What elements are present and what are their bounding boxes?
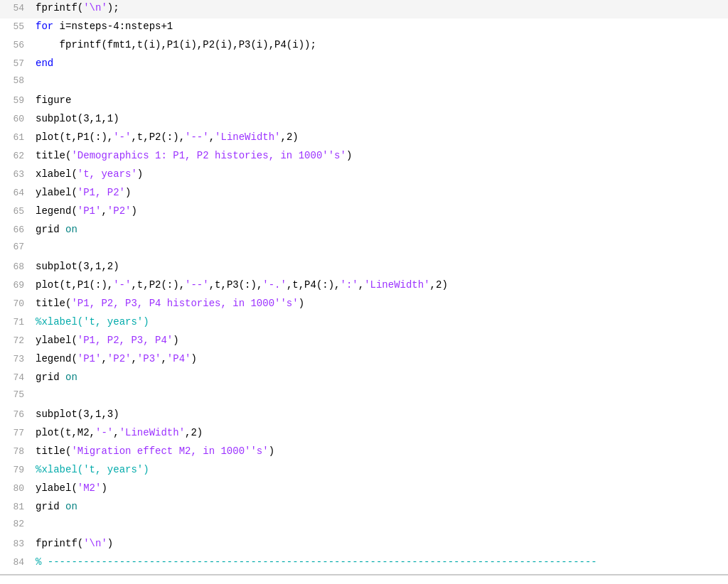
line-content: legend('P1','P2') [33, 203, 728, 219]
line-number: 68 [0, 260, 33, 275]
line-content: %xlabel('t, years') [33, 314, 728, 330]
line-number: 69 [0, 279, 33, 293]
token: 'Migration effect M2, in 1000''s' [71, 445, 268, 457]
token: ----------------------------------------… [48, 556, 597, 568]
code-line: 76subplot(3,1,3) [0, 406, 728, 425]
token: 'LineWidth' [364, 279, 429, 291]
token: , [131, 353, 136, 364]
token: %xlabel( [36, 316, 83, 328]
token: 'M2' [77, 482, 102, 494]
token: subplot(3,1,2) [36, 261, 119, 272]
line-content: figure [33, 92, 728, 108]
code-line: 79%xlabel('t, years') [0, 462, 728, 480]
code-line: 77plot(t,M2,'-','LineWidth',2) [0, 425, 728, 443]
token: 'P1, P2' [77, 187, 125, 198]
token: fprintf( [36, 538, 83, 549]
token: 'P1' [77, 353, 102, 364]
line-number: 84 [0, 556, 33, 571]
token: , [113, 427, 119, 438]
code-line: 80ylabel('M2') [0, 480, 728, 499]
token: on [65, 372, 77, 383]
code-line: 82 [0, 517, 728, 536]
token: ylabel( [36, 482, 77, 494]
token: ) [299, 298, 304, 309]
token: 'P4' [167, 353, 191, 364]
token: 'P1' [77, 205, 102, 217]
code-line: 74grid on [0, 369, 728, 388]
line-content: fprintf('\n') [33, 536, 728, 551]
line-number: 82 [0, 517, 33, 532]
line-number: 56 [0, 38, 33, 53]
token: ); [107, 2, 119, 13]
token: 'Demographics 1: P1, P2 histories, in 10… [71, 150, 346, 161]
line-content: grid on [33, 499, 728, 514]
code-line: 55for i=nsteps-4:nsteps+1 [0, 18, 728, 37]
code-line: 63xlabel('t, years') [0, 166, 728, 185]
token: 'LineWidth' [215, 131, 280, 143]
token: legend( [36, 353, 77, 364]
line-number: 55 [0, 20, 33, 35]
token: ) [131, 205, 136, 217]
token: ) [143, 464, 149, 475]
line-content: plot(t,M2,'-','LineWidth',2) [33, 425, 728, 440]
code-line: 67 [0, 240, 728, 259]
line-content: ylabel('M2') [33, 480, 728, 496]
line-number: 81 [0, 500, 33, 515]
token: ) [346, 150, 352, 161]
token: '-.' [262, 279, 287, 291]
token: figure [36, 94, 71, 106]
line-number: 83 [0, 537, 33, 552]
bottom-border [0, 574, 728, 575]
line-number: 74 [0, 371, 33, 386]
line-number: 54 [0, 1, 33, 16]
token: '-' [113, 279, 131, 291]
line-content: plot(t,P1(:),'-',t,P2(:),'--','LineWidth… [33, 129, 728, 145]
line-content: ylabel('P1, P2, P3, P4') [33, 332, 728, 348]
code-line: 62title('Demographics 1: P1, P2 historie… [0, 148, 728, 166]
token: ,t,P2(:), [131, 131, 185, 143]
token: plot(t,M2, [36, 427, 95, 438]
line-number: 64 [0, 186, 33, 201]
line-number: 71 [0, 315, 33, 330]
code-line: 64ylabel('P1, P2') [0, 185, 728, 203]
line-content: xlabel('t, years') [33, 166, 728, 182]
line-number: 78 [0, 445, 33, 460]
token: end [36, 58, 53, 69]
line-content: subplot(3,1,2) [33, 259, 728, 274]
token: plot(t,P1(:), [36, 279, 113, 291]
line-content: plot(t,P1(:),'-',t,P2(:),'--',t,P3(:),'-… [33, 277, 728, 293]
token: '--' [185, 131, 209, 143]
line-number: 77 [0, 426, 33, 441]
line-number: 67 [0, 240, 33, 255]
token: ) [269, 445, 274, 457]
token: '--' [185, 279, 209, 291]
token: ,2) [430, 279, 448, 291]
code-line: 75 [0, 388, 728, 406]
token: xlabel( [36, 168, 77, 180]
token: '-' [113, 131, 131, 143]
line-number: 62 [0, 149, 33, 164]
code-line: 54fprintf('\n'); [0, 0, 728, 18]
token: , [209, 131, 215, 143]
code-editor: 54fprintf('\n');55for i=nsteps-4:nsteps+… [0, 0, 728, 584]
token: ) [191, 353, 196, 364]
token: '\n' [83, 538, 107, 549]
code-line: 70title('P1, P2, P3, P4 histories, in 10… [0, 296, 728, 314]
token: ) [101, 482, 107, 494]
token: , [101, 205, 107, 217]
line-content: grid on [33, 369, 728, 385]
token: ':' [341, 279, 358, 291]
token: , [358, 279, 364, 291]
line-content: grid on [33, 222, 728, 237]
line-content: % --------------------------------------… [33, 554, 728, 570]
line-number: 58 [0, 74, 33, 89]
code-line: 72ylabel('P1, P2, P3, P4') [0, 332, 728, 351]
line-content: ylabel('P1, P2') [33, 185, 728, 200]
token: ) [125, 187, 131, 198]
token: i=nsteps-4:nsteps+1 [53, 21, 173, 32]
line-number: 73 [0, 352, 33, 367]
token: 't, years' [83, 316, 143, 328]
token: 'LineWidth' [119, 427, 185, 438]
token: '-' [95, 427, 113, 438]
code-line: 71%xlabel('t, years') [0, 314, 728, 332]
